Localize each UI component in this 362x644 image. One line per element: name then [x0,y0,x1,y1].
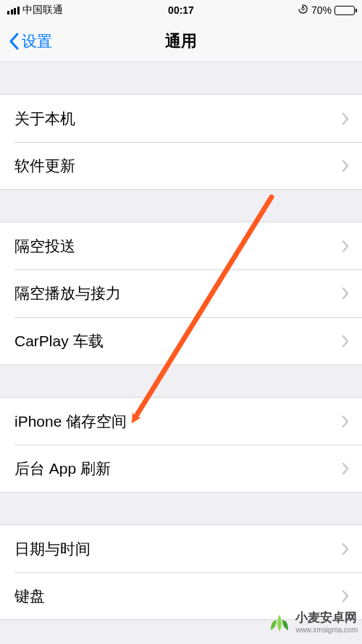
orientation-lock-icon [298,4,308,17]
chevron-right-icon [342,590,349,603]
cell-software-update[interactable]: 软件更新 [0,142,362,190]
chevron-right-icon [342,112,349,125]
chevron-right-icon [342,543,349,556]
svg-rect-0 [302,8,304,10]
cell-background-refresh[interactable]: 后台 App 刷新 [0,445,362,493]
back-button[interactable]: 设置 [9,31,52,51]
cell-label: 日期与时间 [14,539,342,559]
cell-airplay[interactable]: 隔空播放与接力 [0,269,362,317]
chevron-right-icon [342,240,349,253]
status-left: 中国联通 [7,4,123,17]
carrier-label: 中国联通 [22,4,63,17]
cell-label: CarPlay 车载 [14,331,342,351]
watermark: 小麦安卓网 www.xmsigma.com [268,609,358,634]
battery-pct-label: 70% [311,4,332,16]
chevron-right-icon [342,159,349,172]
clock-label: 00:17 [123,4,239,16]
battery-icon [334,6,355,15]
group-airdrop: 隔空投送 隔空播放与接力 CarPlay 车载 [0,222,362,365]
cell-carplay[interactable]: CarPlay 车载 [0,317,362,365]
chevron-right-icon [342,462,349,475]
cell-label: 键盘 [14,586,342,606]
cell-label: 后台 App 刷新 [14,459,342,479]
cell-date-time[interactable]: 日期与时间 [0,524,362,572]
group-datetime: 日期与时间 键盘 [0,524,362,620]
back-label: 设置 [22,31,52,51]
status-right: 70% [239,4,355,17]
watermark-logo-icon [268,610,291,633]
cell-about[interactable]: 关于本机 [0,94,362,142]
cell-iphone-storage[interactable]: iPhone 储存空间 [0,397,362,445]
chevron-right-icon [342,287,349,300]
group-storage: iPhone 储存空间 后台 App 刷新 [0,397,362,493]
cell-label: 软件更新 [14,156,342,176]
chevron-right-icon [342,415,349,428]
signal-icon [7,7,20,14]
chevron-left-icon [9,33,19,50]
status-bar: 中国联通 00:17 70% [0,0,362,20]
group-about: 关于本机 软件更新 [0,94,362,190]
chevron-right-icon [342,335,349,348]
page-title: 通用 [0,30,362,52]
watermark-text: 小麦安卓网 www.xmsigma.com [295,609,358,634]
cell-label: 隔空投送 [14,236,342,256]
cell-label: iPhone 储存空间 [14,411,342,432]
cell-label: 隔空播放与接力 [14,283,342,304]
cell-airdrop[interactable]: 隔空投送 [0,222,362,269]
nav-bar: 设置 通用 [0,20,362,62]
cell-label: 关于本机 [14,109,342,129]
